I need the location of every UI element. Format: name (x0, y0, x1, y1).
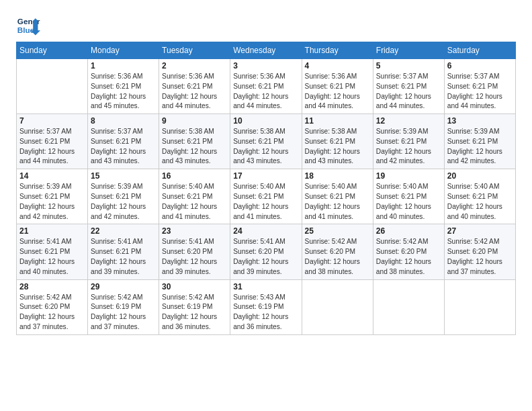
cell-info: Sunrise: 5:40 AMSunset: 6:21 PMDaylight:… (162, 182, 227, 222)
cell-info: Sunrise: 5:42 AMSunset: 6:19 PMDaylight:… (91, 293, 156, 332)
cell-info: Sunrise: 5:42 AMSunset: 6:19 PMDaylight:… (162, 293, 227, 332)
calendar-cell: 21Sunrise: 5:41 AMSunset: 6:21 PMDayligh… (17, 224, 88, 279)
day-number: 19 (376, 171, 441, 181)
calendar: SundayMondayTuesdayWednesdayThursdayFrid… (16, 42, 516, 335)
cell-info: Sunrise: 5:37 AMSunset: 6:21 PMDaylight:… (447, 72, 513, 111)
day-number: 4 (305, 61, 370, 71)
day-number: 10 (233, 116, 298, 126)
week-row-3: 14Sunrise: 5:39 AMSunset: 6:21 PMDayligh… (17, 169, 516, 224)
day-number: 20 (447, 171, 513, 181)
calendar-cell (17, 59, 88, 114)
cell-info: Sunrise: 5:36 AMSunset: 6:21 PMDaylight:… (305, 72, 370, 111)
cell-info: Sunrise: 5:40 AMSunset: 6:21 PMDaylight:… (305, 182, 370, 222)
cell-info: Sunrise: 5:40 AMSunset: 6:21 PMDaylight:… (447, 182, 513, 222)
calendar-cell: 22Sunrise: 5:41 AMSunset: 6:21 PMDayligh… (88, 224, 159, 279)
cell-info: Sunrise: 5:39 AMSunset: 6:21 PMDaylight:… (376, 127, 441, 167)
day-number: 8 (91, 116, 156, 126)
cell-info: Sunrise: 5:38 AMSunset: 6:21 PMDaylight:… (305, 127, 370, 167)
calendar-cell: 18Sunrise: 5:40 AMSunset: 6:21 PMDayligh… (302, 169, 373, 224)
cell-info: Sunrise: 5:42 AMSunset: 6:20 PMDaylight:… (447, 237, 513, 277)
cell-info: Sunrise: 5:42 AMSunset: 6:20 PMDaylight:… (19, 293, 85, 332)
calendar-cell: 14Sunrise: 5:39 AMSunset: 6:21 PMDayligh… (17, 169, 88, 224)
calendar-cell: 19Sunrise: 5:40 AMSunset: 6:21 PMDayligh… (373, 169, 444, 224)
cell-info: Sunrise: 5:39 AMSunset: 6:21 PMDaylight:… (19, 182, 85, 222)
day-number: 6 (447, 61, 513, 71)
logo: General Blue (16, 13, 40, 38)
calendar-cell (373, 279, 444, 334)
day-number: 29 (91, 282, 156, 291)
day-number: 12 (376, 116, 441, 126)
calendar-cell: 31Sunrise: 5:43 AMSunset: 6:19 PMDayligh… (230, 279, 302, 334)
weekday-header-monday: Monday (88, 42, 159, 59)
day-number: 27 (447, 226, 513, 236)
weekday-header-saturday: Saturday (444, 42, 515, 59)
cell-info: Sunrise: 5:42 AMSunset: 6:20 PMDaylight:… (376, 237, 441, 277)
day-number: 24 (233, 226, 298, 236)
cell-info: Sunrise: 5:36 AMSunset: 6:21 PMDaylight:… (91, 72, 156, 111)
calendar-cell (444, 279, 515, 334)
day-number: 9 (162, 116, 227, 126)
calendar-cell: 4Sunrise: 5:36 AMSunset: 6:21 PMDaylight… (302, 59, 373, 114)
day-number: 25 (305, 226, 370, 236)
day-number: 31 (233, 282, 298, 291)
calendar-cell: 5Sunrise: 5:37 AMSunset: 6:21 PMDaylight… (373, 59, 444, 114)
day-number: 14 (19, 171, 85, 181)
day-number: 5 (376, 61, 441, 71)
svg-text:Blue: Blue (17, 26, 35, 34)
day-number: 3 (233, 61, 298, 71)
calendar-cell: 10Sunrise: 5:38 AMSunset: 6:21 PMDayligh… (230, 114, 302, 169)
calendar-cell: 2Sunrise: 5:36 AMSunset: 6:21 PMDaylight… (159, 59, 230, 114)
calendar-cell: 25Sunrise: 5:42 AMSunset: 6:20 PMDayligh… (302, 224, 373, 279)
cell-info: Sunrise: 5:42 AMSunset: 6:20 PMDaylight:… (305, 237, 370, 277)
calendar-cell: 1Sunrise: 5:36 AMSunset: 6:21 PMDaylight… (88, 59, 159, 114)
cell-info: Sunrise: 5:41 AMSunset: 6:20 PMDaylight:… (233, 237, 298, 277)
cell-info: Sunrise: 5:40 AMSunset: 6:21 PMDaylight:… (376, 182, 441, 222)
cell-info: Sunrise: 5:37 AMSunset: 6:21 PMDaylight:… (91, 127, 156, 167)
calendar-cell: 9Sunrise: 5:38 AMSunset: 6:21 PMDaylight… (159, 114, 230, 169)
cell-info: Sunrise: 5:38 AMSunset: 6:21 PMDaylight:… (162, 127, 227, 167)
cell-info: Sunrise: 5:39 AMSunset: 6:21 PMDaylight:… (91, 182, 156, 222)
day-number: 1 (91, 61, 156, 71)
weekday-header-thursday: Thursday (302, 42, 373, 59)
day-number: 15 (91, 171, 156, 181)
weekday-header-friday: Friday (373, 42, 444, 59)
calendar-cell: 6Sunrise: 5:37 AMSunset: 6:21 PMDaylight… (444, 59, 515, 114)
day-number: 30 (162, 282, 227, 291)
calendar-cell: 17Sunrise: 5:40 AMSunset: 6:21 PMDayligh… (230, 169, 302, 224)
day-number: 22 (91, 226, 156, 236)
week-row-4: 21Sunrise: 5:41 AMSunset: 6:21 PMDayligh… (17, 224, 516, 279)
calendar-cell: 29Sunrise: 5:42 AMSunset: 6:19 PMDayligh… (88, 279, 159, 334)
calendar-cell: 28Sunrise: 5:42 AMSunset: 6:20 PMDayligh… (17, 279, 88, 334)
cell-info: Sunrise: 5:41 AMSunset: 6:21 PMDaylight:… (91, 237, 156, 277)
weekday-header-wednesday: Wednesday (230, 42, 302, 59)
calendar-cell: 13Sunrise: 5:39 AMSunset: 6:21 PMDayligh… (444, 114, 515, 169)
calendar-cell: 30Sunrise: 5:42 AMSunset: 6:19 PMDayligh… (159, 279, 230, 334)
day-number: 23 (162, 226, 227, 236)
cell-info: Sunrise: 5:37 AMSunset: 6:21 PMDaylight:… (376, 72, 441, 111)
cell-info: Sunrise: 5:43 AMSunset: 6:19 PMDaylight:… (233, 293, 298, 332)
calendar-cell: 11Sunrise: 5:38 AMSunset: 6:21 PMDayligh… (302, 114, 373, 169)
day-number: 11 (305, 116, 370, 126)
calendar-cell: 26Sunrise: 5:42 AMSunset: 6:20 PMDayligh… (373, 224, 444, 279)
calendar-cell: 20Sunrise: 5:40 AMSunset: 6:21 PMDayligh… (444, 169, 515, 224)
calendar-cell: 12Sunrise: 5:39 AMSunset: 6:21 PMDayligh… (373, 114, 444, 169)
cell-info: Sunrise: 5:36 AMSunset: 6:21 PMDaylight:… (162, 72, 227, 111)
calendar-cell (302, 279, 373, 334)
day-number: 26 (376, 226, 441, 236)
cell-info: Sunrise: 5:36 AMSunset: 6:21 PMDaylight:… (233, 72, 298, 111)
week-row-5: 28Sunrise: 5:42 AMSunset: 6:20 PMDayligh… (17, 279, 516, 334)
calendar-cell: 23Sunrise: 5:41 AMSunset: 6:20 PMDayligh… (159, 224, 230, 279)
calendar-cell: 7Sunrise: 5:37 AMSunset: 6:21 PMDaylight… (17, 114, 88, 169)
calendar-cell: 3Sunrise: 5:36 AMSunset: 6:21 PMDaylight… (230, 59, 302, 114)
weekday-header-tuesday: Tuesday (159, 42, 230, 59)
calendar-cell: 27Sunrise: 5:42 AMSunset: 6:20 PMDayligh… (444, 224, 515, 279)
calendar-cell: 16Sunrise: 5:40 AMSunset: 6:21 PMDayligh… (159, 169, 230, 224)
cell-info: Sunrise: 5:40 AMSunset: 6:21 PMDaylight:… (233, 182, 298, 222)
day-number: 18 (305, 171, 370, 181)
calendar-cell: 24Sunrise: 5:41 AMSunset: 6:20 PMDayligh… (230, 224, 302, 279)
weekday-header-sunday: Sunday (17, 42, 88, 59)
week-row-1: 1Sunrise: 5:36 AMSunset: 6:21 PMDaylight… (17, 59, 516, 114)
cell-info: Sunrise: 5:41 AMSunset: 6:21 PMDaylight:… (19, 237, 85, 277)
day-number: 17 (233, 171, 298, 181)
day-number: 13 (447, 116, 513, 126)
